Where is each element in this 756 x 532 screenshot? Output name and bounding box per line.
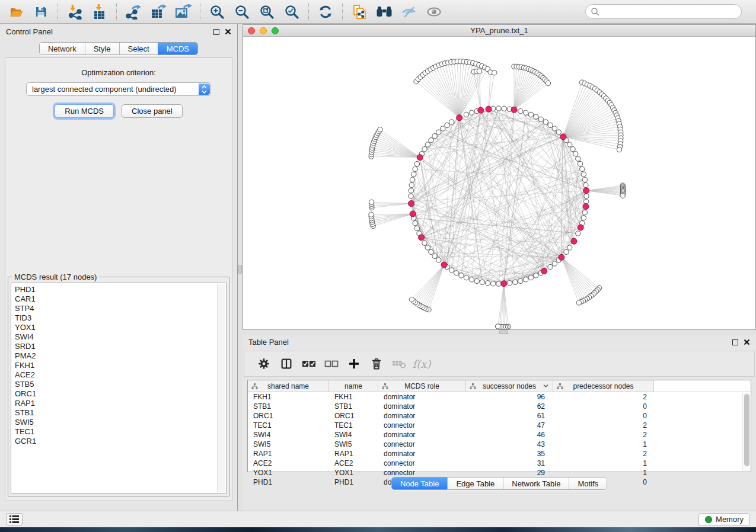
graph-hub-node[interactable] — [559, 254, 564, 260]
column-header-successor-nodes[interactable]: successor nodes — [466, 380, 553, 392]
graph-node[interactable] — [411, 172, 416, 177]
graph-node[interactable] — [564, 249, 569, 254]
search-input[interactable] — [600, 7, 736, 16]
mcds-result-item[interactable]: STB1 — [15, 408, 226, 418]
mcds-result-list[interactable]: PHD1CAR1STP4TID3YOX1SWI4SRD1PMA2FKH1ACE2… — [11, 283, 227, 493]
column-header-shared-name[interactable]: shared name — [248, 380, 329, 392]
splitter-grip[interactable] — [238, 265, 242, 274]
table-cell[interactable]: YOX1 — [329, 469, 378, 477]
graph-node[interactable] — [369, 200, 374, 204]
mcds-result-item[interactable]: ORC1 — [15, 389, 226, 399]
graph-node[interactable] — [548, 265, 553, 270]
graph-node[interactable] — [548, 123, 553, 127]
new-network-from-selection-button[interactable] — [347, 2, 372, 22]
graph-node[interactable] — [485, 281, 490, 286]
table-row[interactable]: RAP1RAP1dominator352 — [248, 449, 751, 459]
table-cell[interactable]: connector — [378, 421, 466, 430]
graph-node[interactable] — [534, 273, 538, 278]
graph-node[interactable] — [528, 112, 533, 117]
table-cell[interactable]: dominator — [378, 393, 466, 401]
graph-hub-node[interactable] — [486, 106, 492, 112]
tab-network-table[interactable]: Network Table — [503, 477, 569, 489]
mcds-result-item[interactable]: TEC1 — [15, 427, 226, 437]
graph-node[interactable] — [445, 123, 449, 127]
mcds-result-item[interactable]: STB5 — [15, 380, 226, 389]
graph-node[interactable] — [464, 275, 468, 280]
table-row[interactable]: FKH1FKH1dominator962 — [248, 392, 751, 402]
graph-node[interactable] — [495, 324, 500, 329]
graph-node[interactable] — [409, 182, 414, 187]
graph-node[interactable] — [409, 194, 413, 198]
show-columns-button[interactable] — [275, 353, 298, 374]
zoom-fit-button[interactable] — [254, 2, 279, 22]
splitter-grip[interactable] — [499, 331, 508, 334]
graph-node[interactable] — [496, 281, 501, 286]
table-cell[interactable]: 0 — [553, 412, 654, 420]
mcds-result-item[interactable]: RAP1 — [15, 399, 226, 408]
zoom-in-button[interactable] — [205, 2, 229, 22]
graph-node[interactable] — [507, 281, 512, 286]
table-cell[interactable]: ORC1 — [329, 412, 378, 420]
table-cell[interactable]: STB1 — [329, 402, 378, 411]
mcds-result-item[interactable]: STP4 — [15, 304, 226, 313]
mcds-result-item[interactable]: ACE2 — [15, 370, 226, 380]
graph-node[interactable] — [617, 147, 621, 152]
graph-node[interactable] — [576, 300, 581, 305]
select-all-rows-button[interactable] — [298, 353, 320, 374]
graph-node[interactable] — [436, 258, 441, 262]
graph-node[interactable] — [492, 70, 497, 75]
table-cell[interactable]: 31 — [466, 459, 553, 467]
graph-node[interactable] — [491, 281, 496, 286]
show-all-button[interactable] — [422, 2, 446, 22]
graph-node[interactable] — [480, 280, 484, 284]
graph-node[interactable] — [528, 275, 533, 280]
graph-node[interactable] — [581, 172, 586, 177]
network-canvas[interactable] — [243, 37, 755, 329]
graph-node[interactable] — [449, 268, 454, 273]
table-cell[interactable]: YOX1 — [248, 469, 329, 477]
graph-hub-node[interactable] — [578, 225, 583, 230]
clear-selection-button[interactable] — [320, 353, 343, 374]
mcds-result-item[interactable]: CAR1 — [15, 294, 226, 304]
table-cell[interactable]: RAP1 — [329, 450, 378, 458]
graph-node[interactable] — [570, 147, 575, 152]
graph-node[interactable] — [422, 147, 427, 152]
close-panel-icon[interactable] — [225, 28, 231, 35]
export-table-button[interactable] — [146, 2, 171, 22]
graph-node[interactable] — [474, 278, 479, 283]
graph-node[interactable] — [513, 280, 518, 284]
function-builder-button[interactable]: f(x) — [410, 353, 433, 374]
table-cell[interactable]: 2 — [553, 431, 654, 439]
graph-node[interactable] — [552, 126, 557, 131]
memory-button[interactable]: Memory — [698, 513, 750, 526]
graph-hub-node[interactable] — [478, 107, 484, 113]
table-cell[interactable]: connector — [378, 440, 466, 448]
delete-table-button[interactable] — [388, 353, 410, 374]
graph-node[interactable] — [538, 117, 543, 121]
table-cell[interactable]: 96 — [466, 393, 553, 401]
graph-node[interactable] — [432, 134, 437, 139]
tab-node-table[interactable]: Node Table — [392, 477, 448, 489]
graph-node[interactable] — [573, 152, 578, 156]
graph-hub-node[interactable] — [409, 201, 414, 207]
graph-node[interactable] — [449, 120, 454, 124]
import-network-button[interactable] — [62, 2, 87, 22]
table-cell[interactable]: FKH1 — [248, 393, 329, 401]
table-cell[interactable]: 43 — [466, 440, 553, 448]
table-settings-button[interactable] — [253, 353, 275, 374]
hide-selected-button[interactable] — [397, 2, 422, 22]
table-cell[interactable]: TEC1 — [248, 421, 329, 430]
graph-node[interactable] — [543, 120, 548, 124]
graph-node[interactable] — [584, 194, 589, 198]
table-cell[interactable]: 47 — [466, 421, 553, 430]
table-row[interactable]: ORC1ORC1dominator610 — [248, 411, 751, 421]
table-cell[interactable]: SWI4 — [329, 431, 378, 439]
mcds-result-item[interactable]: FKH1 — [15, 361, 226, 370]
optimization-criterion-select[interactable]: largest connected component (undirected) — [26, 82, 211, 96]
graph-hub-node[interactable] — [541, 268, 547, 274]
graph-hub-node[interactable] — [441, 262, 447, 268]
table-cell[interactable]: ORC1 — [248, 412, 329, 420]
graph-hub-node[interactable] — [410, 211, 416, 217]
tab-network[interactable]: Network — [40, 43, 85, 55]
graph-node[interactable] — [413, 166, 417, 171]
